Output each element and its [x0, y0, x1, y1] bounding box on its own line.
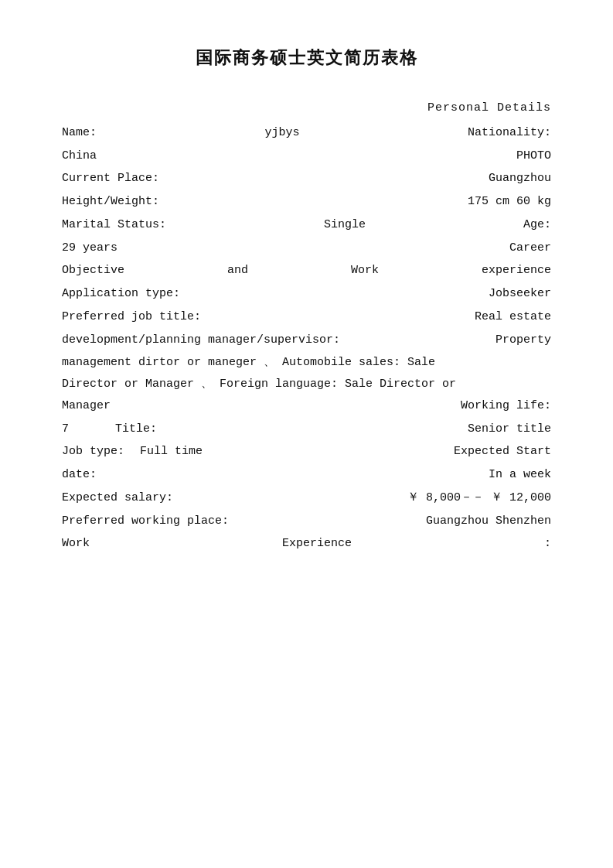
working-life-value: 7	[62, 419, 69, 440]
preferred-working-value: Guangzhou Shenzhen	[426, 511, 551, 532]
job-type-value: Full time	[124, 441, 454, 463]
objective-work-row: Objective and Work experience	[62, 260, 551, 282]
current-place-value: Guangzhou	[489, 168, 551, 190]
preferred-job-label: Preferred job title:	[62, 306, 201, 328]
expected-start-label: Expected Start	[454, 441, 551, 463]
and-label: and	[227, 260, 248, 282]
work-exp-colon: :	[544, 533, 551, 555]
age-label: Age:	[523, 214, 551, 236]
preferred-job-value: Real estate	[475, 306, 551, 328]
page-title: 国际商务硕士英文简历表格	[62, 46, 551, 70]
title-label: Title:	[69, 419, 468, 440]
working-life-title-row: 7 Title: Senior title	[62, 419, 551, 440]
personal-details-header: Personal Details	[62, 97, 551, 119]
age-value: 29 years	[62, 238, 117, 259]
resume-body: Personal Details Name: yjbys Nationality…	[62, 97, 551, 555]
nationality-label: Nationality:	[468, 122, 551, 144]
director-text: Director or Manager 、 Foreign language: …	[62, 378, 456, 391]
photo-label: PHOTO	[516, 145, 551, 167]
marital-label: Marital Status:	[62, 214, 166, 236]
working-life-label: Working life:	[461, 395, 551, 417]
expected-salary-label: Expected salary:	[62, 487, 173, 509]
expected-salary-row: Expected salary: ￥ 8,000－－ ￥ 12,000	[62, 487, 551, 509]
manager-working-row: Manager Working life:	[62, 395, 551, 417]
name-label: Name:	[62, 122, 97, 144]
age-career-row: 29 years Career	[62, 238, 551, 259]
application-label: Application type:	[62, 283, 180, 305]
dev-planning-text: development/planning manager/supervisor:	[62, 330, 340, 351]
preferred-working-row: Preferred working place: Guangzhou Shenz…	[62, 511, 551, 532]
work-label: Work	[351, 260, 379, 282]
application-row: Application type: Jobseeker	[62, 283, 551, 305]
nationality-value: China	[62, 145, 97, 167]
nationality-row: China PHOTO	[62, 145, 551, 167]
objective-label: Objective	[62, 260, 124, 282]
height-weight-row: Height/Weight: 175 cm 60 kg	[62, 191, 551, 213]
current-place-row: Current Place: Guangzhou	[62, 168, 551, 190]
name-row: Name: yjbys Nationality:	[62, 122, 551, 144]
date-label: date:	[62, 464, 97, 486]
property-text: Property	[496, 330, 551, 351]
work-experience-row: Work Experience :	[62, 533, 551, 555]
height-weight-value: 175 cm 60 kg	[468, 191, 551, 213]
marital-row: Marital Status: Single Age:	[62, 214, 551, 236]
height-weight-label: Height/Weight:	[62, 191, 159, 213]
preferred-working-label: Preferred working place:	[62, 511, 229, 532]
date-row: date: In a week	[62, 464, 551, 486]
manager-end-text: Manager	[62, 395, 111, 417]
management-text: management dirtor or maneger 、 Automobil…	[62, 356, 435, 369]
dev-planning-row: development/planning manager/supervisor:…	[62, 330, 551, 351]
personal-details-label: Personal Details	[427, 101, 551, 114]
management-row: management dirtor or maneger 、 Automobil…	[62, 352, 551, 374]
expected-salary-value: ￥ 8,000－－ ￥ 12,000	[407, 487, 551, 509]
current-place-label: Current Place:	[62, 168, 159, 190]
job-type-row: Job type: Full time Expected Start	[62, 441, 551, 463]
job-type-label: Job type:	[62, 441, 124, 463]
marital-value: Single	[166, 214, 523, 236]
experience-label: experience	[482, 260, 551, 282]
application-value: Jobseeker	[489, 283, 551, 305]
director-row: Director or Manager 、 Foreign language: …	[62, 374, 551, 395]
title-value: Senior title	[468, 419, 551, 440]
career-label: Career	[509, 238, 551, 259]
name-value: yjbys	[97, 122, 468, 144]
preferred-job-row: Preferred job title: Real estate	[62, 306, 551, 328]
work-exp-middle: Experience	[90, 533, 544, 555]
work-exp-label: Work	[62, 533, 90, 555]
date-value: In a week	[489, 464, 551, 486]
